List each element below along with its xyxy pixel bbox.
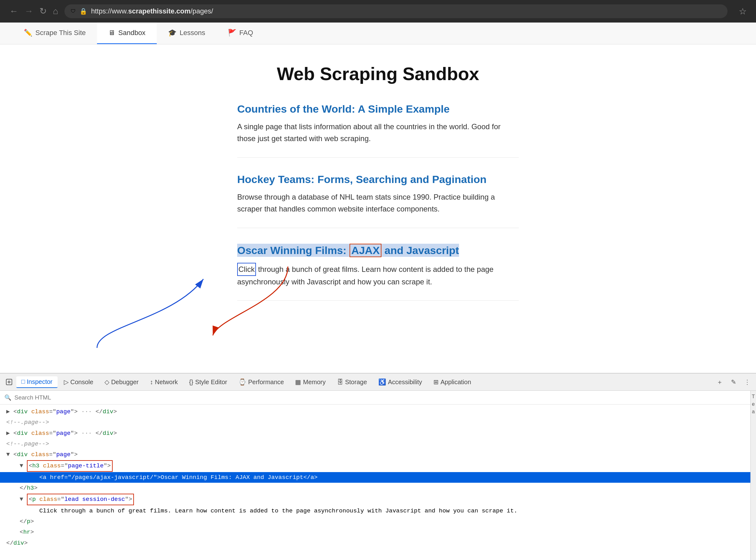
storage-icon: 🗄 bbox=[337, 379, 343, 386]
search-icon: 🔍 bbox=[4, 394, 11, 401]
application-icon: ⊞ bbox=[433, 378, 439, 386]
html-line-3: ▶ <div class="page"> ··· </div> bbox=[0, 428, 756, 439]
bookmark-icon[interactable]: ☆ bbox=[739, 6, 747, 17]
right-panel-t: T bbox=[752, 394, 755, 400]
page-title: Web Scraping Sandbox bbox=[277, 63, 479, 84]
devtools-right-panel: T e a bbox=[750, 391, 756, 560]
debugger-icon: ◇ bbox=[104, 378, 109, 386]
main-content: Web Scraping Sandbox Countries of the Wo… bbox=[0, 44, 756, 329]
flag-icon: 🚩 bbox=[228, 29, 236, 37]
overflow-button[interactable]: ⋮ bbox=[742, 376, 753, 387]
devtools-toolbar: □ Inspector ▷ Console ◇ Debugger ↕ Netwo… bbox=[0, 374, 756, 391]
section-desc-oscar: Click through a bunch of great films. Le… bbox=[237, 263, 519, 288]
tab-memory[interactable]: ▦ Memory bbox=[290, 376, 331, 387]
tab-performance[interactable]: ⌚ Performance bbox=[234, 376, 289, 387]
lock-icon: 🔒 bbox=[79, 7, 87, 15]
pick-element-button[interactable] bbox=[3, 376, 15, 388]
ajax-highlight: AJAX bbox=[350, 244, 382, 257]
html-line-7[interactable]: <a href="/pages/ajax-javascript/">Oscar … bbox=[0, 472, 756, 483]
memory-icon: ▦ bbox=[295, 378, 301, 386]
html-line-2: <!--.page--> bbox=[0, 417, 756, 428]
console-icon: ▷ bbox=[64, 378, 68, 386]
html-tree: ▶ <div class="page"> ··· </div> <!--.pag… bbox=[0, 404, 756, 550]
devtools-panel: □ Inspector ▷ Console ◇ Debugger ↕ Netwo… bbox=[0, 373, 756, 560]
site-navigation: ✏️ Scrape This Site 🖥 Sandbox 🎓 Lessons … bbox=[0, 22, 756, 44]
oscar-desc-rest: through a bunch of great films. Learn ho… bbox=[237, 265, 494, 286]
html-line-5: ▼ <div class="page"> bbox=[0, 449, 756, 460]
section-countries: Countries of the World: A Simple Example… bbox=[237, 103, 519, 158]
oscar-title-pre: Oscar Winning Films: AJAX and Javascript bbox=[237, 244, 459, 257]
tab-accessibility[interactable]: ♿ Accessibility bbox=[373, 376, 427, 387]
accessibility-icon: ♿ bbox=[378, 378, 386, 386]
section-desc-countries: A single page that lists information abo… bbox=[237, 121, 519, 145]
section-title-hockey[interactable]: Hockey Teams: Forms, Searching and Pagin… bbox=[237, 173, 519, 185]
tab-sandbox[interactable]: 🖥 Sandbox bbox=[97, 22, 157, 44]
section-title-countries[interactable]: Countries of the World: A Simple Example bbox=[237, 103, 519, 115]
html-search-input[interactable] bbox=[14, 394, 752, 401]
right-panel-e: e bbox=[752, 401, 755, 407]
home-button[interactable]: ⌂ bbox=[53, 7, 58, 16]
html-line-10: Click through a bunch of great films. Le… bbox=[0, 505, 756, 516]
html-line-1: ▶ <div class="page"> ··· </div> bbox=[0, 406, 756, 417]
main-content-area: Web Scraping Sandbox Countries of the Wo… bbox=[0, 44, 756, 395]
section-hockey: Hockey Teams: Forms, Searching and Pagin… bbox=[237, 173, 519, 228]
forward-button[interactable]: → bbox=[24, 7, 33, 16]
performance-icon: ⌚ bbox=[238, 378, 246, 386]
tab-application[interactable]: ⊞ Application bbox=[429, 376, 476, 387]
tab-faq[interactable]: 🚩 FAQ bbox=[217, 22, 264, 44]
tab-style-editor[interactable]: {} Style Editor bbox=[184, 377, 232, 387]
html-search-bar: 🔍 bbox=[0, 391, 756, 404]
browser-chrome: ← → ↻ ⌂ 🛡 🔒 https://www.scrapethissite.c… bbox=[0, 0, 756, 22]
pencil-icon: ✏️ bbox=[24, 29, 32, 37]
tab-console[interactable]: ▷ Console bbox=[59, 376, 98, 387]
section-title-oscar[interactable]: Oscar Winning Films: AJAX and Javascript bbox=[237, 244, 519, 257]
tab-network[interactable]: ↕ Network bbox=[145, 377, 183, 387]
monitor-icon: 🖥 bbox=[108, 29, 115, 37]
tab-lessons[interactable]: 🎓 Lessons bbox=[157, 22, 217, 44]
click-box: Click bbox=[237, 263, 256, 276]
html-line-11: </p> bbox=[0, 516, 756, 527]
tab-inspector[interactable]: □ Inspector bbox=[16, 376, 58, 388]
html-line-4: <!--.page--> bbox=[0, 439, 756, 449]
network-icon: ↕ bbox=[150, 379, 153, 386]
content-area: Countries of the World: A Simple Example… bbox=[237, 103, 519, 316]
svg-point-3 bbox=[8, 381, 10, 383]
devtools-actions: ＋ ✎ ⋮ bbox=[714, 376, 753, 387]
back-button[interactable]: ← bbox=[9, 7, 18, 16]
add-node-button[interactable]: ＋ bbox=[714, 376, 725, 387]
tab-storage[interactable]: 🗄 Storage bbox=[332, 377, 372, 387]
edit-node-button[interactable]: ✎ bbox=[728, 376, 739, 387]
svg-rect-2 bbox=[6, 379, 12, 385]
reload-button[interactable]: ↻ bbox=[39, 7, 47, 16]
inspector-icon: □ bbox=[21, 378, 25, 385]
tab-debugger[interactable]: ◇ Debugger bbox=[100, 376, 144, 387]
html-line-6: ▼ <h3 class="page-title"> bbox=[0, 460, 756, 472]
graduation-icon: 🎓 bbox=[168, 29, 177, 37]
url-display: https://www.scrapethissite.com/pages/ bbox=[91, 7, 213, 15]
shield-icon: 🛡 bbox=[71, 8, 76, 14]
tab-scrape-this-site[interactable]: ✏️ Scrape This Site bbox=[13, 22, 97, 44]
html-line-12: <hr> bbox=[0, 527, 756, 538]
section-desc-hockey: Browse through a database of NHL team st… bbox=[237, 191, 519, 215]
address-bar[interactable]: 🛡 🔒 https://www.scrapethissite.com/pages… bbox=[64, 4, 728, 18]
html-line-8: </h3> bbox=[0, 483, 756, 493]
html-line-9: ▼ <p class="lead session-desc"> bbox=[0, 493, 756, 505]
right-panel-a: a bbox=[752, 409, 755, 415]
html-line-13: </div> bbox=[0, 538, 756, 548]
section-oscar: Oscar Winning Films: AJAX and Javascript… bbox=[237, 244, 519, 301]
style-editor-icon: {} bbox=[189, 379, 193, 386]
